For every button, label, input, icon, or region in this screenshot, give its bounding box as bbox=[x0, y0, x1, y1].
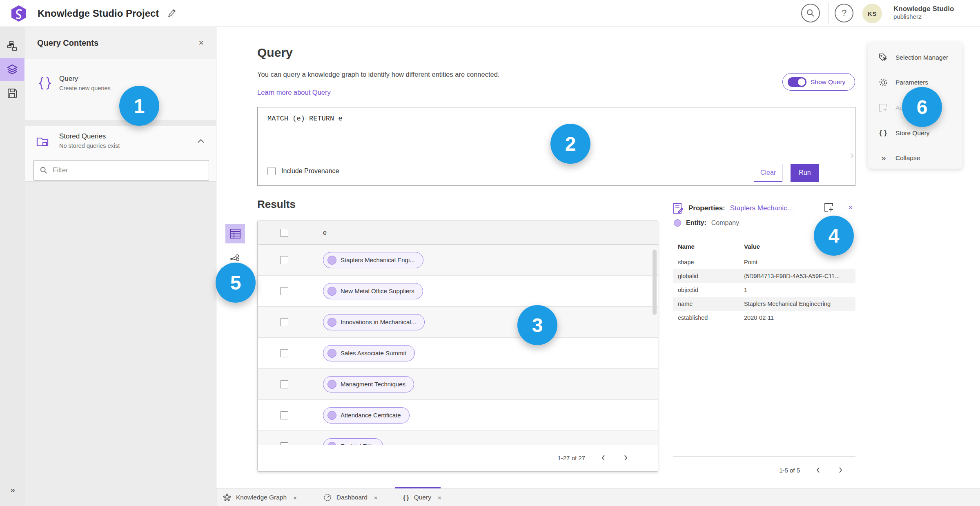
next-page-icon[interactable] bbox=[837, 466, 844, 474]
learn-more-link[interactable]: Learn more about Query bbox=[257, 89, 331, 96]
annotation-badge-3: 3 bbox=[517, 305, 557, 345]
sidebar-item-hierarchy[interactable] bbox=[0, 34, 24, 57]
entity-row: Entity: Company bbox=[674, 219, 739, 227]
panel-header: Query Contents × bbox=[25, 27, 216, 59]
scrollbar-thumb[interactable] bbox=[653, 250, 657, 315]
query-heading: Query bbox=[257, 46, 293, 60]
stored-folder-icon bbox=[36, 136, 50, 148]
sidebar-item-save[interactable] bbox=[0, 82, 24, 105]
stored-queries-section[interactable]: Stored Queries No stored queries exist bbox=[25, 126, 216, 181]
include-provenance-label: Include Provenance bbox=[281, 167, 339, 175]
close-tab-icon[interactable]: × bbox=[293, 494, 297, 501]
row-checkbox[interactable] bbox=[280, 380, 288, 388]
query-item-title: Query bbox=[59, 75, 111, 83]
panel-close-icon[interactable]: × bbox=[198, 38, 204, 48]
properties-close-icon[interactable]: × bbox=[848, 203, 853, 212]
query-item-subtitle: Create new queries bbox=[59, 85, 111, 91]
show-query-toggle[interactable]: Show Query bbox=[782, 73, 855, 91]
filter-input[interactable] bbox=[53, 166, 203, 174]
clear-button[interactable]: Clear bbox=[754, 164, 782, 182]
query-text[interactable]: MATCH (e) RETURN e bbox=[267, 115, 343, 123]
layers-icon bbox=[7, 64, 18, 75]
app-logo-icon[interactable] bbox=[10, 4, 28, 22]
properties-footer: 1-5 of 5 bbox=[673, 456, 855, 457]
include-provenance-checkbox[interactable] bbox=[267, 167, 276, 175]
help-button[interactable]: ? bbox=[835, 4, 853, 22]
search-icon bbox=[806, 9, 815, 18]
hierarchy-icon bbox=[7, 40, 18, 51]
property-row[interactable]: established2020-02-11 bbox=[673, 311, 855, 325]
row-checkbox[interactable] bbox=[280, 318, 288, 326]
table-view-button[interactable] bbox=[225, 224, 245, 243]
row-checkbox[interactable] bbox=[280, 256, 288, 264]
entity-dot-icon bbox=[327, 411, 336, 420]
user-avatar[interactable]: KS bbox=[862, 4, 882, 23]
braces-icon bbox=[39, 76, 51, 90]
entity-pill[interactable]: Staplers Mechanical Engi... bbox=[323, 252, 423, 268]
next-page-icon[interactable] bbox=[622, 454, 629, 461]
tab-query-active[interactable]: { } Query × bbox=[397, 488, 447, 506]
bottom-tab-strip: Knowledge Graph × Dashboard × { } Query … bbox=[216, 488, 980, 506]
table-row[interactable]: Innovations in Mechanical... bbox=[258, 307, 658, 338]
close-tab-icon[interactable]: × bbox=[438, 494, 441, 501]
stored-queries-subtitle: No stored queries exist bbox=[59, 143, 120, 149]
edit-title-icon[interactable] bbox=[167, 8, 177, 19]
annotation-badge-6: 6 bbox=[902, 87, 942, 127]
properties-entity-link[interactable]: Staplers Mechanic... bbox=[730, 204, 793, 212]
main-content: Query You can query a knowledge graph to… bbox=[216, 27, 980, 488]
prev-page-icon[interactable] bbox=[815, 466, 822, 474]
row-checkbox[interactable] bbox=[280, 349, 288, 357]
tab-dashboard[interactable]: Dashboard × bbox=[318, 488, 383, 506]
annotation-badge-5: 5 bbox=[216, 263, 256, 303]
toggle-switch[interactable] bbox=[788, 77, 806, 87]
select-all-checkbox[interactable] bbox=[280, 229, 288, 237]
tab-knowledge-graph[interactable]: Knowledge Graph × bbox=[217, 488, 303, 506]
side-icon-strip: » bbox=[0, 27, 24, 506]
entity-pill[interactable]: Attendance Certificate bbox=[323, 407, 410, 424]
table-row[interactable]: Attendance Certificate bbox=[258, 400, 658, 431]
close-tab-icon[interactable]: × bbox=[374, 494, 378, 501]
results-footer: 1-27 of 27 bbox=[258, 445, 658, 471]
panel-title: Query Contents bbox=[37, 38, 98, 48]
entity-pill[interactable]: Managment Techniques bbox=[323, 376, 414, 392]
filter-field[interactable] bbox=[33, 160, 209, 181]
row-checkbox[interactable] bbox=[280, 411, 288, 419]
menu-item-selection-manager[interactable]: Selection Manager bbox=[868, 48, 962, 67]
project-title: Knowledge Studio Project bbox=[38, 8, 159, 19]
run-button[interactable]: Run bbox=[791, 164, 819, 182]
property-row[interactable]: globalid{5D9B4713-F98D-4A53-A59F-C11... bbox=[673, 269, 855, 283]
knowledge-graph-icon bbox=[223, 493, 231, 502]
entity-pill[interactable]: Sales Associate Summit bbox=[323, 345, 415, 361]
results-scrollbar[interactable] bbox=[653, 247, 657, 446]
row-checkbox[interactable] bbox=[280, 287, 288, 295]
prev-page-icon[interactable] bbox=[600, 454, 607, 461]
entity-pill[interactable]: New Metal Office Suppliers bbox=[323, 283, 423, 299]
expand-strip-button[interactable]: » bbox=[0, 485, 24, 495]
results-table-card: e Staplers Mechanical Engi... New Metal … bbox=[257, 221, 658, 472]
entity-dot-icon bbox=[327, 256, 336, 265]
search-button[interactable] bbox=[801, 4, 820, 22]
double-chevron-icon: » bbox=[878, 153, 888, 163]
table-row[interactable]: Managment Techniques bbox=[258, 369, 658, 400]
property-row[interactable]: objectid1 bbox=[673, 283, 855, 297]
user-info[interactable]: Knowledge Studio publisher2 bbox=[893, 4, 954, 21]
property-row[interactable]: shapePoint bbox=[673, 255, 855, 269]
property-row[interactable]: nameStaplers Mechanical Engineering bbox=[673, 297, 855, 311]
collapse-section-icon[interactable] bbox=[197, 139, 205, 144]
properties-pagination: 1-5 of 5 bbox=[779, 466, 844, 474]
menu-item-store-query[interactable]: { } Store Query bbox=[868, 123, 962, 143]
braces-icon: { } bbox=[403, 494, 409, 501]
entity-dot-icon bbox=[327, 318, 336, 327]
filter-search-icon bbox=[40, 166, 48, 174]
gear-icon bbox=[878, 78, 888, 87]
sidebar-item-layers-active[interactable] bbox=[0, 58, 24, 81]
add-to-selection-icon[interactable] bbox=[824, 202, 834, 213]
table-row[interactable]: Sales Associate Summit bbox=[258, 338, 658, 369]
menu-item-collapse[interactable]: » Collapse bbox=[868, 148, 962, 168]
table-row[interactable]: Staplers Mechanical Engi... bbox=[258, 245, 658, 276]
resize-handle[interactable] bbox=[849, 153, 853, 158]
entity-pill[interactable]: Innovations in Mechanical... bbox=[323, 314, 425, 330]
table-row[interactable]: New Metal Office Suppliers bbox=[258, 276, 658, 307]
table-row[interactable]: Firebird Title bbox=[258, 431, 658, 446]
annotation-badge-2: 2 bbox=[550, 124, 590, 164]
